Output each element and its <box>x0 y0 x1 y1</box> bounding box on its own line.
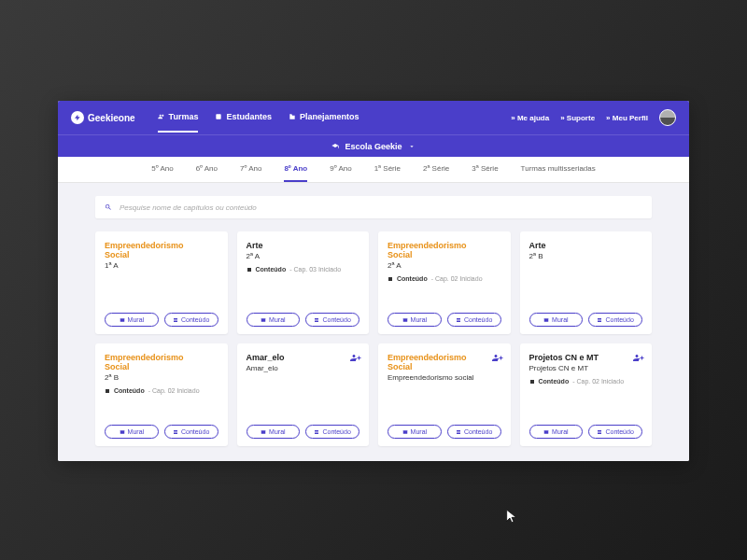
conteudo-button[interactable]: Conteúdo <box>447 425 501 439</box>
tab-6ano[interactable]: 6º Ano <box>196 157 218 182</box>
book-icon <box>105 388 110 394</box>
card-subtitle: 2ª A <box>388 261 501 270</box>
people-icon <box>158 113 165 120</box>
svg-rect-6 <box>261 430 266 434</box>
class-card[interactable]: Empreendedorismo Social 1ª A Mural Conte… <box>95 231 228 334</box>
card-meta: Conteúdo - Cap. 02 Iniciado <box>105 387 218 394</box>
nav-tab-planejamentos[interactable]: Planejamentos <box>289 103 359 133</box>
nav-tabs: Turmas Estudantes Planejamentos <box>158 103 359 133</box>
card-actions: Mural Conteúdo <box>388 425 501 439</box>
content-icon <box>314 317 319 323</box>
class-card[interactable]: Amar_elo Amar_elo Mural Conteúdo <box>237 343 370 446</box>
mural-icon <box>120 429 125 435</box>
card-subtitle: 1ª A <box>105 261 218 270</box>
mural-icon <box>261 317 266 323</box>
search-bar[interactable] <box>95 196 652 218</box>
class-card[interactable]: Empreendedorismo Social 2ª B Conteúdo - … <box>95 343 228 446</box>
mural-button[interactable]: Mural <box>105 425 159 439</box>
group-add-icon[interactable] <box>633 351 644 368</box>
app-window: Geekieone Turmas Estudantes Planejamento… <box>58 101 689 461</box>
badge-icon <box>215 113 222 120</box>
svg-rect-8 <box>544 430 549 434</box>
mural-button[interactable]: Mural <box>388 313 442 327</box>
card-actions: Mural Conteúdo <box>388 313 501 327</box>
conteudo-button[interactable]: Conteúdo <box>305 313 359 327</box>
chevron-down-icon <box>408 143 416 150</box>
tab-multi[interactable]: Turmas multisseriadas <box>521 157 596 182</box>
nav-tab-turmas[interactable]: Turmas <box>158 103 199 133</box>
mural-icon <box>543 317 549 323</box>
tab-3serie[interactable]: 3ª Série <box>472 157 498 182</box>
card-title: Empreendedorismo Social <box>388 241 501 259</box>
link-help[interactable]: » Me ajuda <box>511 114 549 122</box>
brand-logo[interactable]: Geekieone <box>71 111 135 124</box>
meta-label: Conteúdo <box>256 266 287 273</box>
mural-button[interactable]: Mural <box>247 313 301 327</box>
meta-label: Conteúdo <box>397 275 428 282</box>
link-support[interactable]: » Suporte <box>560 114 595 122</box>
nav-tab-estudantes[interactable]: Estudantes <box>215 103 272 133</box>
content-icon <box>456 429 461 435</box>
tab-8ano[interactable]: 8º Ano <box>284 157 307 182</box>
conteudo-button[interactable]: Conteúdo <box>164 313 218 327</box>
content-icon <box>173 429 178 435</box>
card-subtitle: 2ª B <box>529 252 643 260</box>
class-card[interactable]: Arte 2ª B Mural Conteúdo <box>520 231 653 334</box>
mural-button[interactable]: Mural <box>105 313 159 327</box>
class-card[interactable]: Projetos CN e MT Projetos CN e MT Conteú… <box>520 343 653 446</box>
card-actions: Mural Conteúdo <box>529 313 643 327</box>
search-icon <box>105 203 112 211</box>
card-actions: Mural Conteúdo <box>247 313 360 327</box>
card-subtitle: Amar_elo <box>247 364 360 372</box>
tab-2serie[interactable]: 2ª Série <box>423 157 449 182</box>
svg-rect-2 <box>261 318 266 322</box>
tab-1serie[interactable]: 1ª Série <box>374 157 401 182</box>
mural-button[interactable]: Mural <box>388 425 442 439</box>
svg-rect-0 <box>217 114 221 119</box>
tab-9ano[interactable]: 9º Ano <box>330 157 351 182</box>
conteudo-button[interactable]: Conteúdo <box>588 313 642 327</box>
card-actions: Mural Conteúdo <box>529 425 643 439</box>
card-meta: Conteúdo - Cap. 02 Iniciado <box>388 275 501 282</box>
content-icon <box>456 317 461 323</box>
group-add-icon[interactable] <box>492 351 503 368</box>
svg-rect-1 <box>120 318 124 322</box>
class-card[interactable]: Empreendedorismo Social 2ª A Conteúdo - … <box>378 231 511 334</box>
search-input[interactable] <box>120 203 642 212</box>
book-icon <box>388 276 393 282</box>
mural-button[interactable]: Mural <box>247 425 301 439</box>
card-grid: Empreendedorismo Social 1ª A Mural Conte… <box>95 231 652 446</box>
class-card[interactable]: Arte 2ª A Conteúdo - Cap. 03 Iniciado Mu… <box>237 231 370 334</box>
conteudo-button[interactable]: Conteúdo <box>305 425 359 439</box>
mural-icon <box>543 429 549 435</box>
card-actions: Mural Conteúdo <box>105 313 218 327</box>
mural-icon <box>402 317 408 323</box>
mural-button[interactable]: Mural <box>529 425 584 439</box>
content-icon <box>314 429 319 435</box>
group-add-icon[interactable] <box>350 351 361 368</box>
card-title: Empreendedorismo Social <box>105 241 218 259</box>
mural-icon <box>402 429 408 435</box>
card-title: Arte <box>529 241 643 250</box>
school-name: Escola Geekie <box>345 142 402 151</box>
conteudo-button[interactable]: Conteúdo <box>164 425 218 439</box>
card-subtitle: Projetos CN e MT <box>529 364 643 372</box>
avatar[interactable] <box>659 109 676 126</box>
nav-label: Estudantes <box>226 112 272 121</box>
card-actions: Mural Conteúdo <box>247 425 360 439</box>
conteudo-button[interactable]: Conteúdo <box>447 313 501 327</box>
nav-label: Turmas <box>169 112 199 121</box>
meta-text: - Cap. 02 Iniciado <box>431 275 483 282</box>
card-title: Empreendedorismo Social <box>105 353 218 371</box>
meta-label: Conteúdo <box>114 387 145 394</box>
school-selector[interactable]: Escola Geekie <box>58 134 689 157</box>
link-profile[interactable]: » Meu Perfil <box>606 114 648 122</box>
class-card[interactable]: Empreendedorismo Social Empreendedorismo… <box>378 343 511 446</box>
cursor-icon <box>504 509 519 524</box>
meta-text: - Cap. 03 Iniciado <box>289 266 341 273</box>
mural-button[interactable]: Mural <box>529 313 584 327</box>
tab-5ano[interactable]: 5º Ano <box>151 157 173 182</box>
book-icon <box>247 267 252 273</box>
conteudo-button[interactable]: Conteúdo <box>588 425 642 439</box>
tab-7ano[interactable]: 7º Ano <box>240 157 261 182</box>
